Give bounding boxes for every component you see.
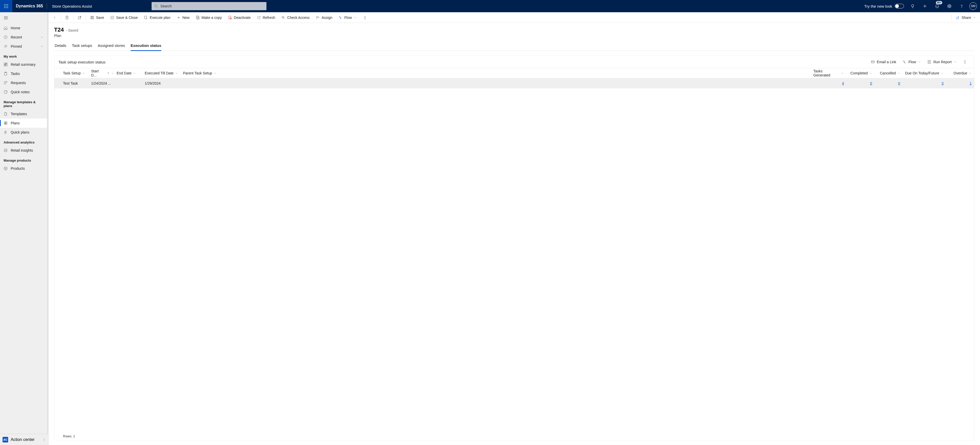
assign-button[interactable]: Assign — [313, 13, 335, 22]
hamburger-icon — [3, 16, 8, 20]
nav-recent[interactable]: Recent — [0, 33, 47, 42]
col-overdue[interactable]: Overdue — [946, 71, 974, 75]
nav-retail-insights-label: Retail insights — [11, 148, 33, 152]
nav-collapse-button[interactable] — [0, 12, 47, 24]
col-start-date[interactable]: Start D... — [91, 69, 117, 77]
svg-rect-45 — [196, 16, 198, 18]
svg-point-53 — [365, 18, 365, 19]
toggle-switch[interactable] — [895, 4, 904, 8]
col-completed[interactable]: Completed — [846, 71, 875, 75]
nav-quick-plans[interactable]: Quick plans — [0, 128, 47, 137]
chevron-down-icon — [40, 45, 43, 48]
chevron-down-icon — [82, 72, 85, 75]
try-new-look-toggle[interactable]: Try the new look — [862, 4, 907, 8]
nav-retail-insights[interactable]: Retail insights — [0, 146, 47, 155]
new-button[interactable]: New — [174, 13, 192, 22]
tab-details[interactable]: Details — [55, 41, 66, 51]
execute-plan-button[interactable]: Execute plan — [142, 13, 173, 22]
nav-requests-label: Requests — [11, 81, 26, 85]
svg-point-26 — [6, 81, 7, 82]
cell-generated-link[interactable]: 4 — [842, 81, 844, 86]
chevron-down-icon — [969, 72, 972, 75]
nav-pinned[interactable]: Pinned — [0, 42, 47, 51]
svg-rect-30 — [4, 124, 6, 125]
copy-icon — [196, 16, 200, 20]
svg-rect-39 — [91, 17, 93, 19]
settings-button[interactable] — [943, 0, 956, 12]
help-button[interactable] — [956, 0, 968, 12]
col-parent[interactable]: Parent Task Setup — [183, 71, 239, 75]
notification-badge: 99+ — [936, 1, 942, 4]
col-task-setup[interactable]: Task Setup — [63, 71, 91, 75]
lightbulb-button[interactable] — [907, 0, 919, 12]
nav-section-templates: Manage templates & plans — [0, 97, 47, 109]
cell-completed-link[interactable]: 0 — [870, 81, 872, 86]
panel-flow-label: Flow — [908, 60, 916, 64]
tab-assigned-stores[interactable]: Assigned stores — [98, 41, 125, 51]
note-icon — [3, 90, 8, 94]
chevron-down-icon — [40, 36, 43, 39]
tab-task-setups[interactable]: Task setups — [72, 41, 92, 51]
cell-task-setup: Test Task — [63, 81, 78, 86]
cell-start-date: 1/24/2024 ... — [91, 81, 111, 86]
nav-requests[interactable]: Requests — [0, 78, 47, 87]
global-search[interactable]: Search — [151, 2, 266, 10]
back-button[interactable] — [50, 13, 59, 22]
area-switcher[interactable]: AC Action center — [0, 434, 48, 445]
run-report-button[interactable]: Run Report — [924, 57, 960, 67]
cell-due-link[interactable]: 3 — [942, 81, 943, 86]
check-access-button[interactable]: Check Access — [279, 13, 312, 22]
nav-quick-notes[interactable]: Quick notes — [0, 87, 47, 97]
nav-tasks[interactable]: Tasks — [0, 69, 47, 78]
clock-icon — [3, 35, 8, 39]
nav-recent-label: Recent — [11, 35, 22, 39]
save-close-button[interactable]: Save & Close — [108, 13, 140, 22]
overflow-button[interactable] — [360, 13, 369, 22]
col-generated[interactable]: Tasks Generated — [813, 69, 846, 77]
table-row[interactable]: Test Task 1/24/2024 ... 1/29/2024 4 0 0 … — [54, 78, 974, 89]
col-cancelled[interactable]: Cancelled — [875, 71, 903, 75]
box-icon — [3, 166, 8, 171]
panel-overflow-button[interactable] — [960, 57, 970, 67]
gear-icon — [947, 4, 952, 8]
svg-rect-44 — [197, 17, 199, 19]
col-end-date[interactable]: End Date — [117, 71, 145, 75]
make-copy-button[interactable]: Make a copy — [193, 13, 224, 22]
notifications-button[interactable]: 99+ — [931, 0, 943, 12]
clipboard-icon — [3, 71, 8, 76]
col-executed-till[interactable]: Executed Till Date — [145, 71, 183, 75]
open-record-set-button[interactable] — [62, 13, 72, 22]
panel-flow-button[interactable]: Flow — [899, 57, 924, 67]
nav-home[interactable]: Home — [0, 24, 47, 33]
pin-icon — [3, 44, 8, 48]
refresh-button[interactable]: Refresh — [254, 13, 278, 22]
cell-overdue-link[interactable]: 1 — [969, 81, 972, 86]
nav-templates[interactable]: Templates — [0, 109, 47, 119]
nav-plans[interactable]: Plans — [0, 119, 47, 128]
col-due[interactable]: Due On Today/Future — [903, 71, 946, 75]
new-label: New — [183, 16, 189, 20]
user-avatar[interactable]: SM — [969, 2, 977, 10]
tab-execution-status[interactable]: Execution status — [130, 41, 161, 51]
quick-create-button[interactable] — [919, 0, 931, 12]
chevron-down-icon — [941, 72, 943, 75]
app-launcher-button[interactable] — [0, 0, 12, 12]
grid-header: Task Setup Start D... End Date Executed … — [54, 68, 974, 78]
email-link-button[interactable]: Email a Link — [868, 57, 899, 67]
deactivate-button[interactable]: Deactivate — [225, 13, 253, 22]
svg-point-49 — [282, 16, 284, 18]
nav-home-label: Home — [11, 26, 20, 30]
share-button[interactable]: Share — [953, 13, 978, 22]
save-button[interactable]: Save — [88, 13, 107, 22]
popout-button[interactable] — [75, 13, 84, 22]
flow-button[interactable]: Flow — [336, 13, 360, 22]
svg-point-58 — [965, 60, 965, 61]
nav-retail-summary[interactable]: Retail summary — [0, 60, 47, 69]
cell-cancelled-link[interactable]: 0 — [898, 81, 900, 86]
waffle-icon — [4, 4, 8, 8]
nav-products[interactable]: Products — [0, 164, 47, 173]
file-icon — [3, 112, 8, 116]
product-brand: Dynamics 365 — [12, 4, 47, 8]
svg-point-50 — [317, 16, 318, 17]
svg-point-59 — [965, 62, 965, 62]
